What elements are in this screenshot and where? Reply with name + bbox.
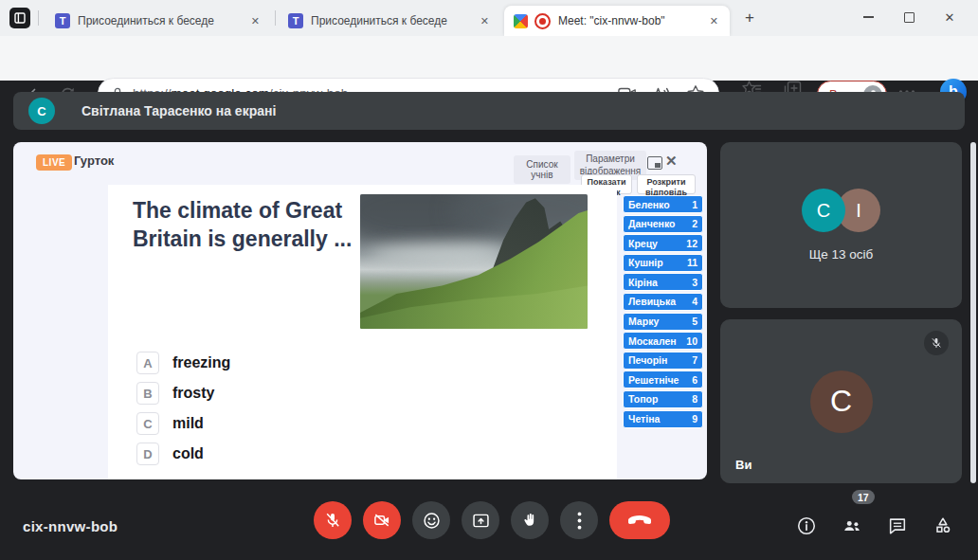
window-maximize-button[interactable] [889,0,929,34]
student-name: Четіна [628,413,660,425]
student-count: 2 [692,218,697,229]
student-answer-button[interactable]: Левицька4 [623,293,703,311]
end-call-button[interactable] [609,501,670,539]
question-image [360,194,588,329]
student-name: Беленко [628,199,670,210]
restore-window-icon[interactable] [647,156,662,170]
activities-icon [933,515,953,536]
tab-strip: T Присоединиться к беседе ✕ T Присоедини… [0,0,978,36]
show-participants-button[interactable] [842,510,862,542]
student-answer-button[interactable]: Москален10 [623,332,703,350]
student-answer-button[interactable]: Крецу12 [623,234,703,252]
student-answer-button[interactable]: Данченко2 [623,215,703,233]
presenting-banner: C Світлана Тарасенко на екрані [13,92,965,130]
raise-hand-button[interactable] [511,501,549,539]
participants-overflow-tile[interactable]: C I Ще 13 осіб [720,142,962,308]
option-text: mild [172,415,204,432]
option-letter: D [136,443,159,465]
student-name: Решетніче [628,374,679,386]
student-name: Марку [628,316,659,327]
teams-favicon-icon: T [288,13,303,28]
reactions-button[interactable] [412,501,450,539]
camera-toggle-button[interactable] [363,501,401,539]
recording-indicator-icon [534,13,551,29]
screen-share-quiz-window: LIVE Гурток Список учнів Параметри відоб… [13,142,707,479]
maximize-icon [904,12,915,23]
muted-indicator [924,331,949,355]
meeting-details-button[interactable] [796,510,817,542]
new-tab-button[interactable]: + [739,8,760,28]
tab-close-icon[interactable]: ✕ [247,13,263,29]
mic-toggle-button[interactable] [314,501,352,539]
chat-button[interactable] [887,510,908,542]
student-answer-button[interactable]: Марку5 [623,313,703,331]
question-card: The climate of Great Britain is generall… [108,185,617,479]
present-screen-button[interactable] [462,501,499,539]
tab-title: Присоединиться к беседе [78,14,240,27]
student-name: Кушнір [628,257,663,268]
self-avatar: C [810,370,873,433]
students-list-button[interactable]: Список учнів [514,155,570,184]
window-close-button[interactable]: ✕ [930,0,969,34]
quiz-close-icon[interactable]: ✕ [665,153,678,170]
student-count: 12 [686,238,697,249]
browser-toolbar: https://meet.google.com/cix-nnvw-bob [0,36,978,81]
student-name: Данченко [628,218,675,229]
reveal-answer-button[interactable]: Розкрити відповідь [637,174,696,194]
participant-count-badge: 17 [852,490,875,504]
student-answer-button[interactable]: Четіна9 [623,410,703,428]
student-count: 6 [692,374,697,386]
student-name: Топор [628,393,658,405]
tab-teams-1[interactable]: T Присоединиться к беседе ✕ [45,6,271,36]
window-minimize-button[interactable] [848,0,888,34]
answer-option-a[interactable]: A freezing [136,352,230,374]
self-video-tile[interactable]: C Ви [720,319,962,483]
answer-option-d[interactable]: D cold [136,443,204,465]
present-icon [471,511,491,531]
student-answers-column: Беленко1 Данченко2 Крецу12 Кушнір11 Кірі… [623,195,703,429]
info-icon [796,515,817,536]
student-name: Кіріна [628,277,658,288]
student-answer-button[interactable]: Беленко1 [623,195,703,213]
mic-off-icon [930,336,943,350]
student-answer-button[interactable]: Кіріна3 [623,273,703,291]
student-count: 1 [692,199,697,210]
question-text: The climate of Great Britain is generall… [133,196,355,254]
student-count: 3 [692,277,697,288]
student-name: Печорін [628,354,667,366]
student-count: 8 [692,393,697,405]
activities-button[interactable] [933,510,953,542]
meeting-panel-buttons [796,510,953,542]
answer-option-b[interactable]: B frosty [136,382,214,405]
tab-meet-active[interactable]: Meet: "cix-nnvw-bob" ✕ [504,6,730,36]
student-name: Крецу [628,238,658,249]
page-scrollbar[interactable] [970,142,976,483]
student-answer-button[interactable]: Печорін7 [623,352,703,370]
tab-close-icon[interactable]: ✕ [477,13,493,29]
option-letter: A [136,352,159,374]
student-count: 9 [692,413,697,425]
chat-icon [887,515,908,536]
tab-title: Meet: "cix-nnvw-bob" [558,14,698,27]
emoji-icon [422,511,442,531]
tab-teams-2[interactable]: T Присоединиться к беседе ✕ [279,6,500,36]
tab-separator [38,10,39,26]
student-count: 5 [692,316,697,327]
workspaces-icon [14,12,26,24]
option-text: cold [172,445,204,462]
end-call-icon [627,515,652,526]
presenter-avatar: C [28,98,55,124]
option-letter: B [136,382,159,405]
self-name-label: Ви [735,458,752,472]
tab-close-icon[interactable]: ✕ [706,13,722,29]
student-answer-button[interactable]: Кушнір11 [623,254,703,272]
mic-off-icon [323,511,342,530]
student-answer-button[interactable]: Топор8 [623,390,703,408]
student-answer-button[interactable]: Решетніче6 [623,370,703,388]
meet-favicon-icon [514,14,528,28]
tab-actions-menu-button[interactable] [9,8,30,28]
call-control-bar: cix-nnvw-bob [0,493,978,560]
more-options-button[interactable] [560,501,598,539]
meeting-code-label: cix-nnvw-bob [23,518,118,534]
answer-option-c[interactable]: C mild [136,412,204,435]
